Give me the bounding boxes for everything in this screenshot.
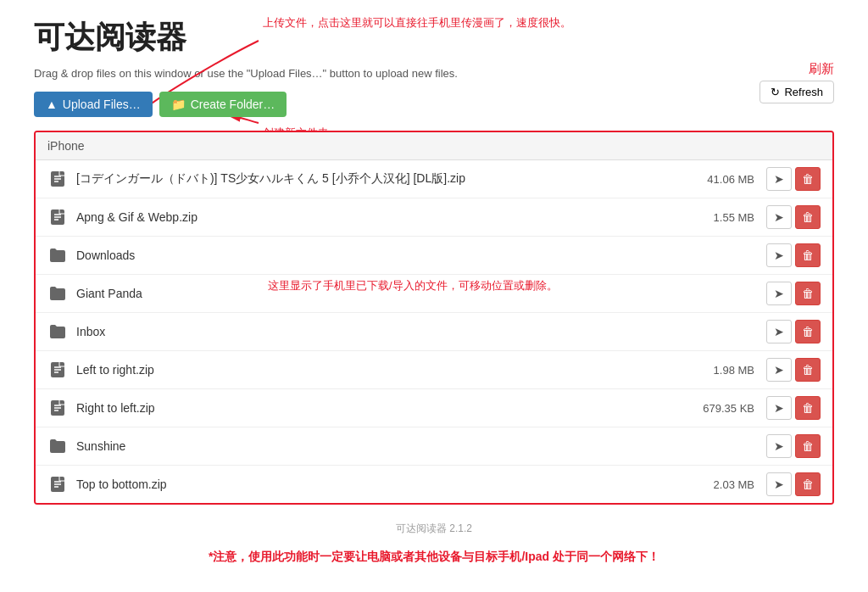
file-name: Right to left.zip [68, 401, 687, 415]
refresh-label: 刷新 [809, 61, 834, 77]
file-row: Left to right.zip1.98 MB➤🗑 [36, 351, 832, 389]
annotation-upload: 上传文件，点击这里就可以直接往手机里传漫画了，速度很快。 [263, 15, 571, 31]
file-row: Sunshine➤🗑 [36, 427, 832, 466]
footer-version: 可达阅读器 2.1.2 [34, 522, 834, 536]
zip-icon [47, 400, 68, 416]
zip-icon [47, 477, 68, 492]
move-button[interactable]: ➤ [766, 434, 792, 458]
refresh-button[interactable]: ↻ Refresh [760, 81, 834, 103]
upload-files-label: Upload Files… [63, 98, 141, 111]
folder-icon [47, 325, 68, 338]
move-button[interactable]: ➤ [766, 243, 792, 267]
folder-icon [47, 249, 68, 262]
delete-button[interactable]: 🗑 [795, 358, 821, 382]
group-header: iPhone [36, 132, 832, 160]
move-button[interactable]: ➤ [766, 167, 792, 191]
toolbar: ▲ Upload Files… 📁 Create Folder… 刷新 ↻ Re… [34, 92, 834, 117]
move-button[interactable]: ➤ [766, 320, 792, 343]
file-row: Apng & Gif & Webp.zip1.55 MB➤🗑 [36, 198, 832, 237]
delete-button[interactable]: 🗑 [795, 205, 821, 229]
file-table-container: iPhone[コデインガール（ドバト)] TS少女ハルキくん 5 [小乔个人汉化… [34, 131, 834, 505]
file-size: 679.35 KB [687, 402, 763, 415]
delete-button[interactable]: 🗑 [795, 243, 821, 267]
create-folder-label: Create Folder… [191, 98, 275, 111]
file-row: Giant Panda➤🗑 [36, 275, 832, 313]
refresh-btn-label: Refresh [784, 86, 823, 98]
file-row: Top to bottom.zip2.03 MB➤🗑 [36, 466, 832, 503]
file-row: Downloads➤🗑 [36, 237, 832, 275]
delete-button[interactable]: 🗑 [795, 396, 821, 420]
file-row: Inbox➤🗑 [36, 313, 832, 351]
file-row: [コデインガール（ドバト)] TS少女ハルキくん 5 [小乔个人汉化] [DL版… [36, 160, 832, 198]
file-name: Left to right.zip [68, 363, 687, 377]
zip-icon [47, 171, 68, 187]
file-name: Inbox [68, 325, 687, 338]
file-name: Sunshine [68, 439, 687, 453]
delete-button[interactable]: 🗑 [795, 472, 821, 496]
file-size: 41.06 MB [687, 173, 763, 186]
move-button[interactable]: ➤ [766, 282, 792, 305]
zip-icon [47, 209, 68, 225]
create-folder-button[interactable]: 📁 Create Folder… [159, 92, 287, 117]
folder-icon: 📁 [171, 98, 186, 111]
file-size: 2.03 MB [687, 478, 763, 491]
folder-icon [47, 439, 68, 453]
file-name: Apng & Gif & Webp.zip [68, 210, 687, 224]
upload-files-button[interactable]: ▲ Upload Files… [34, 92, 153, 117]
delete-button[interactable]: 🗑 [795, 320, 821, 343]
delete-button[interactable]: 🗑 [795, 434, 821, 458]
file-name: Top to bottom.zip [68, 478, 687, 491]
file-name: Downloads [68, 249, 687, 262]
zip-icon [47, 362, 68, 377]
file-name: [コデインガール（ドバト)] TS少女ハルキくん 5 [小乔个人汉化] [DL版… [68, 171, 687, 187]
file-name: Giant Panda [68, 287, 687, 300]
move-button[interactable]: ➤ [766, 396, 792, 420]
footer-note: *注意，使用此功能时一定要让电脑或者其他设备与目标手机/Ipad 处于同一个网络… [34, 550, 834, 565]
delete-button[interactable]: 🗑 [795, 282, 821, 305]
file-groups: iPhone[コデインガール（ドバト)] TS少女ハルキくん 5 [小乔个人汉化… [36, 132, 832, 503]
file-row: Right to left.zip679.35 KB➤🗑 [36, 389, 832, 427]
upload-icon: ▲ [46, 98, 58, 111]
drag-drop-hint: Drag & drop files on this window or use … [34, 67, 834, 80]
file-size: 1.98 MB [687, 364, 763, 377]
refresh-icon: ↻ [771, 86, 780, 98]
move-button[interactable]: ➤ [766, 472, 792, 496]
file-size: 1.55 MB [687, 211, 763, 224]
delete-button[interactable]: 🗑 [795, 167, 821, 191]
page: 可达阅读器 上传文件，点击这里就可以直接往手机里传漫画了，速度很快。 Drag … [0, 0, 868, 592]
move-button[interactable]: ➤ [766, 205, 792, 229]
move-button[interactable]: ➤ [766, 358, 792, 382]
folder-icon [47, 287, 68, 300]
